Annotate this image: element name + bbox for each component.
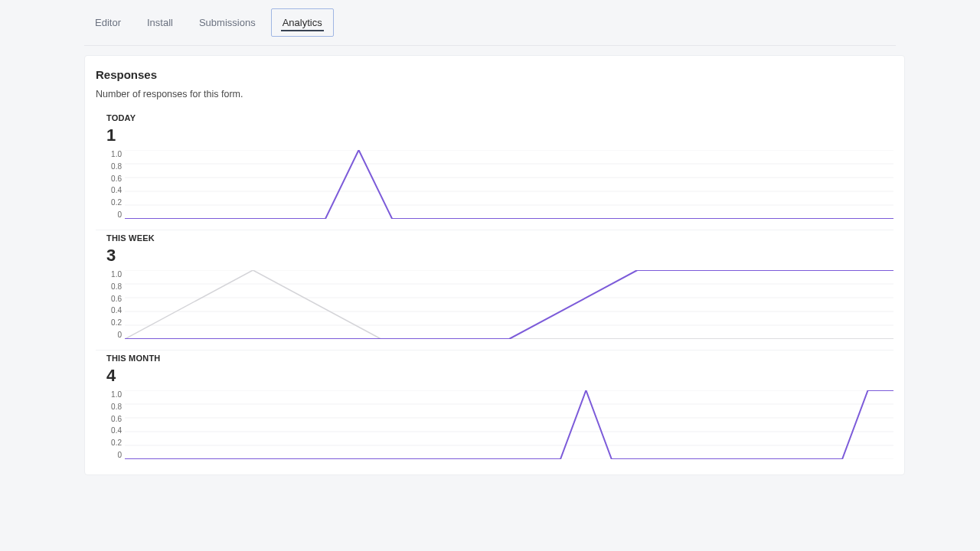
primary-series	[125, 390, 893, 459]
responses-card: Responses Number of responses for this f…	[84, 55, 905, 475]
primary-series	[125, 150, 893, 219]
chart-total: 3	[106, 246, 893, 266]
y-axis: 1.00.80.60.40.20	[106, 150, 125, 219]
primary-series	[125, 270, 893, 339]
chart-total: 1	[106, 126, 893, 145]
tab-install[interactable]: Install	[136, 9, 184, 36]
chart-total: 4	[106, 366, 893, 386]
card-subtitle: Number of responses for this form.	[96, 89, 893, 99]
chart-panel: THIS WEEK31.00.80.60.40.20	[96, 230, 893, 350]
tab-editor[interactable]: Editor	[84, 9, 132, 36]
chart-label: TODAY	[106, 113, 893, 122]
tab-bar: Editor Install Submissions Analytics	[84, 0, 896, 46]
y-axis: 1.00.80.60.40.20	[106, 270, 125, 339]
chart-label: THIS WEEK	[106, 233, 893, 243]
chart-plot	[125, 150, 893, 219]
chart-panel: TODAY11.00.80.60.40.20	[96, 110, 893, 230]
tab-submissions[interactable]: Submissions	[188, 9, 266, 36]
tab-analytics[interactable]: Analytics	[271, 8, 334, 37]
chart-plot	[125, 390, 893, 459]
card-title: Responses	[96, 68, 893, 81]
chart-label: THIS MONTH	[106, 354, 893, 363]
secondary-series	[125, 270, 893, 339]
chart-plot	[125, 270, 893, 339]
y-axis: 1.00.80.60.40.20	[106, 390, 125, 459]
chart-panel: THIS MONTH41.00.80.60.40.20	[96, 350, 893, 461]
